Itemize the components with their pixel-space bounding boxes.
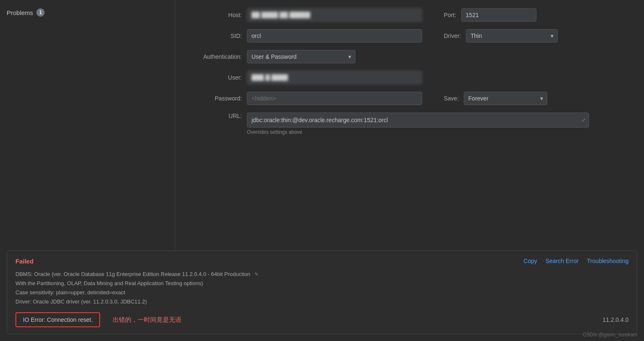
url-hint: Overrides settings above	[247, 129, 631, 135]
failed-label: Failed	[15, 258, 33, 265]
port-label: Port:	[444, 12, 456, 18]
error-actions: Copy Search Error Troubleshooting	[523, 258, 629, 264]
search-error-button[interactable]: Search Error	[546, 258, 579, 264]
io-error-box: IO Error: Connection reset.	[15, 312, 100, 327]
user-label: User:	[188, 74, 242, 81]
password-input[interactable]	[247, 92, 422, 105]
auth-select[interactable]: User & Password OS Authentication Kerber…	[247, 50, 355, 63]
case-line: Case sensitivity: plain=upper, delimited…	[15, 288, 629, 297]
driver-group: Driver: Thin OCI KPRB	[444, 29, 558, 43]
sid-input[interactable]	[247, 29, 422, 43]
url-input-wrapper: ⤢	[247, 113, 589, 128]
driver-line: Driver: Oracle JDBC driver (ver. 11.2.0.…	[15, 297, 629, 306]
url-label: URL:	[188, 113, 242, 119]
host-label: Host:	[188, 12, 242, 18]
driver-select-wrapper: Thin OCI KPRB	[466, 29, 558, 43]
save-select-wrapper: Forever For Session Never	[464, 92, 547, 105]
edit-icon[interactable]: ✎	[254, 271, 259, 277]
save-group: Save: Forever For Session Never	[444, 92, 547, 105]
dbms-line1: DBMS: Oracle (ver. Oracle Database 11g E…	[15, 270, 629, 279]
error-section: Failed Copy Search Error Troubleshooting…	[7, 251, 637, 334]
error-header: Failed Copy Search Error Troubleshooting	[15, 258, 629, 265]
url-input[interactable]	[247, 113, 589, 128]
port-group: Port:	[444, 8, 536, 22]
version-badge: 11.2.0.4.0	[603, 316, 629, 323]
dbms-line2: With the Partitioning, OLAP, Data Mining…	[15, 279, 629, 288]
password-row: Password: Save: Forever For Session Neve…	[188, 92, 631, 105]
troubleshooting-button[interactable]: Troubleshooting	[587, 258, 629, 264]
expand-icon[interactable]: ⤢	[581, 117, 586, 123]
host-row: Host: Port:	[188, 8, 631, 22]
auth-select-wrapper: User & Password OS Authentication Kerber…	[247, 50, 355, 63]
sidebar: Problems 1	[0, 0, 175, 251]
url-row: URL: ⤢	[188, 113, 631, 128]
driver-label: Driver:	[444, 33, 461, 39]
user-row: User:	[188, 71, 631, 84]
save-select[interactable]: Forever For Session Never	[464, 92, 547, 105]
error-bottom-row: IO Error: Connection reset. 出错的，一时间竟是无语 …	[15, 312, 629, 327]
copy-button[interactable]: Copy	[523, 258, 537, 264]
problems-header: Problems 1	[7, 8, 168, 17]
main-form: Host: Port: SID: Driver: Thin OCI KPRB	[175, 0, 644, 251]
problems-badge: 1	[36, 8, 45, 17]
sid-label: SID:	[188, 33, 242, 39]
port-input[interactable]	[461, 8, 536, 22]
user-input[interactable]	[247, 71, 422, 84]
driver-select[interactable]: Thin OCI KPRB	[466, 29, 558, 43]
chinese-comment: 出错的，一时间竟是无语	[113, 316, 181, 324]
csdn-credit: CSDN @gavin_surekam	[583, 332, 637, 338]
save-label: Save:	[444, 95, 459, 102]
auth-label: Authentication:	[188, 53, 242, 60]
error-details: DBMS: Oracle (ver. Oracle Database 11g E…	[15, 270, 629, 306]
password-label: Password:	[188, 95, 242, 102]
sid-row: SID: Driver: Thin OCI KPRB	[188, 29, 631, 43]
problems-label: Problems	[7, 9, 33, 16]
host-input[interactable]	[247, 8, 422, 22]
auth-row: Authentication: User & Password OS Authe…	[188, 50, 631, 63]
